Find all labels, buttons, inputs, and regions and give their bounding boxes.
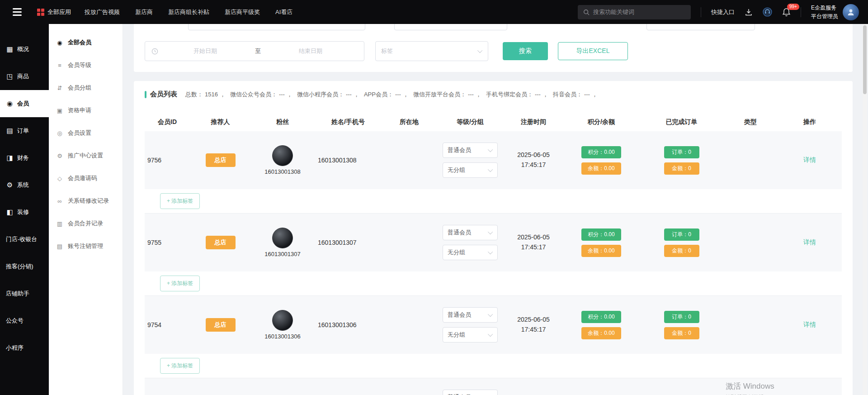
topbar-nav-item[interactable]: 新店商 [135,8,153,16]
add-tag-button[interactable]: + 添加标签 [160,358,200,374]
sidebar-item-distribution[interactable]: 推客(分销) [0,253,49,280]
add-tag-button[interactable]: + 添加标签 [160,276,200,291]
sidebar-item-label: 推客(分销) [6,262,33,271]
referrer-badge: 总店 [206,318,236,332]
clock-icon [151,48,158,55]
download-button[interactable] [745,8,753,16]
submenu-item-label: 资格申请 [68,106,91,114]
notifications-button[interactable]: 99+ [782,8,791,17]
submenu-member-levels[interactable]: ≡ 会员等级 [49,54,123,76]
sidebar-item-decoration[interactable]: ◧ 装修 [0,199,49,226]
all-apps-label: 全部应用 [47,8,71,16]
scrollbar-thumb[interactable] [863,25,867,94]
submenu-invite-code[interactable]: ◇ 会员邀请码 [49,167,123,190]
points-badge: 积分：0.00 [581,228,621,241]
register-date: 2025-06-05 [517,233,550,243]
column-header: 注册时间 [504,118,563,126]
group-select-value: 无分组 [448,248,465,257]
search-button[interactable]: 搜索 [503,42,548,60]
points-badge: 积分：0.00 [581,311,621,323]
filter-input[interactable] [188,24,365,30]
level-select[interactable]: 普通会员 [443,307,498,323]
level-select-value: 普通会员 [448,311,471,319]
member-fans: 16013001308 [251,145,314,175]
sidebar-item-label: 财务 [17,154,29,162]
column-header: 粉丝 [251,118,314,126]
member-list: 9756 总店 16013001308 16013001308 普通会员 无分组 [145,131,842,395]
submenu-account-cancellation[interactable]: ▤ 账号注销管理 [49,235,123,257]
accent-bar [145,91,146,98]
topbar-search-input[interactable]: 搜索功能关键词 [578,5,691,19]
scrollbar-track[interactable] [863,24,867,395]
group-select[interactable]: 无分组 [443,162,498,178]
amount-badge: 金额：0 [664,245,699,257]
detail-link[interactable]: 详情 [803,238,816,246]
list-title: 会员列表 [150,90,177,99]
level-select[interactable]: 普通会员 [443,143,498,158]
level-select[interactable]: 普通会员 [443,390,498,395]
date-range-picker[interactable]: 开始日期 至 结束日期 [145,41,364,61]
fans-phone: 16013001307 [264,251,301,257]
topbar-nav-item[interactable]: 投放广告视频 [85,8,120,16]
topbar-divider [701,7,701,17]
hamburger-menu-button[interactable] [11,6,24,18]
member-avatar [272,145,293,166]
sidebar-item-members[interactable]: ◉ 会员 [0,90,49,117]
topbar-nav-item[interactable]: AI看店 [275,8,292,16]
member-stats: 总数：1516， 微信公众号会员：---， 微信小程序会员：---， APP会员… [185,90,602,99]
member-avatar [272,310,293,331]
topbar-nav-item[interactable]: 新店商平级奖 [225,8,260,16]
stat-item: 微信小程序会员：---， [297,90,364,99]
sidebar-item-shop-assistant[interactable]: 店铺助手 [0,280,49,307]
submenu-promotion-center-settings[interactable]: ⚙ 推广中心设置 [49,144,123,167]
level-select-value: 普通会员 [448,228,471,237]
submenu-all-members[interactable]: ◉ 全部会员 [49,31,123,54]
sidebar-item-store-cashier[interactable]: 门店-收银台 [0,226,49,253]
member-fans: 16013001306 [251,310,314,340]
register-time: 2025-06-05 17:45:17 [504,233,563,252]
date-range-separator: 至 [252,47,264,55]
topbar-divider [801,7,801,17]
sidebar-item-overview[interactable]: ▦ 概况 [0,36,49,63]
stat-item: APP会员：---， [364,90,413,99]
quick-entry-link[interactable]: 快捷入口 [711,8,735,16]
sidebar-item-mini-program[interactable]: 小程序 [0,334,49,362]
submenu-item-label: 会员合并记录 [68,219,103,228]
sidebar-item-system[interactable]: ⚙ 系统 [0,171,49,199]
all-apps-button[interactable]: 全部应用 [37,8,71,16]
amount-badge: 金额：0 [664,327,699,339]
submenu-member-settings[interactable]: ◎ 会员设置 [49,122,123,144]
service-button[interactable] [763,7,772,17]
submenu-qualification-apply[interactable]: ▣ 资格申请 [49,99,123,122]
submenu-item-label: 会员邀请码 [68,174,97,182]
detail-link[interactable]: 详情 [803,321,816,328]
filter-input[interactable] [646,24,755,30]
sidebar-item-icon: ▤ [6,127,14,135]
detail-link[interactable]: 详情 [803,156,816,163]
level-select[interactable]: 普通会员 [443,225,498,240]
filter-input[interactable] [394,24,507,30]
tag-select[interactable]: 标签 [375,41,488,61]
sidebar-item-icon: ◳ [6,72,14,81]
chevron-down-icon [477,48,482,53]
sidebar-item-goods[interactable]: ◳ 商品 [0,63,49,90]
column-header: 类型 [723,118,778,126]
user-menu[interactable]: E企盈服务 平台管理员 [811,4,859,20]
add-tag-button[interactable]: + 添加标签 [160,193,200,209]
column-header: 等级/分组 [436,118,504,126]
chevron-down-icon [488,249,493,254]
sidebar-item-finance[interactable]: ◨ 财务 [0,144,49,171]
submenu-merge-log[interactable]: ▥ 会员合并记录 [49,212,123,235]
topbar-nav-item[interactable]: 新店商组长补贴 [168,8,209,16]
group-select[interactable]: 无分组 [443,245,498,260]
filter-row-top [145,24,842,30]
sidebar-item-orders[interactable]: ▤ 订单 [0,117,49,144]
list-header: 会员列表 总数：1516， 微信公众号会员：---， 微信小程序会员：---， … [145,90,842,99]
group-select[interactable]: 无分组 [443,327,498,343]
sidebar-item-official-account[interactable]: 公众号 [0,307,49,334]
submenu-member-groups[interactable]: ⇵ 会员分组 [49,76,123,99]
fans-phone: 16013001306 [264,333,301,340]
export-excel-button[interactable]: 导出EXCEL [558,42,628,60]
submenu-relation-change-log[interactable]: ∞ 关系链修改记录 [49,190,123,212]
start-date-placeholder: 开始日期 [158,47,252,55]
